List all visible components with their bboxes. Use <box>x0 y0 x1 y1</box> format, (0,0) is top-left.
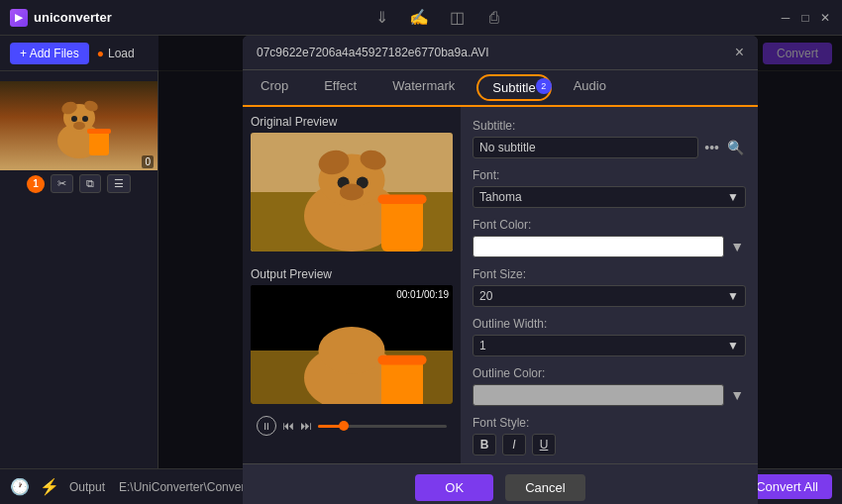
outline-width-label: Outline Width: <box>473 317 746 331</box>
outline-width-row: Outline Width: 1 ▼ <box>473 317 746 356</box>
output-preview-video <box>251 285 453 404</box>
subtitle-control: ••• 🔍 <box>473 137 746 158</box>
font-field-label: Font: <box>473 168 746 182</box>
add-files-button[interactable]: + Add Files <box>10 43 89 64</box>
top-nav: ⇓ ✍ ◫ ⎙ <box>112 4 765 32</box>
list-button[interactable]: ☰ <box>107 174 131 193</box>
svg-rect-7 <box>89 131 109 155</box>
font-color-label: Font Color: <box>473 218 746 232</box>
sidebar: 0 1 ✂ ⧉ ☰ <box>0 71 158 468</box>
font-size-control: 20 ▼ <box>473 285 746 307</box>
svg-rect-24 <box>381 358 423 404</box>
file-thumbnail-image <box>0 81 158 170</box>
italic-button[interactable]: I <box>502 434 526 455</box>
font-style-label: Font Style: <box>473 416 746 430</box>
file-thumbnail: 0 <box>0 81 158 170</box>
svg-rect-18 <box>381 198 423 252</box>
dialog-title-bar: 07c9622e7206a4a45927182e6770ba9a.AVI × <box>243 36 758 70</box>
subtitle-field-label: Subtitle: <box>473 119 746 133</box>
tab-effect[interactable]: Effect <box>306 70 374 105</box>
svg-point-5 <box>82 116 88 122</box>
clock-icon: 🕐 <box>10 477 30 496</box>
load-button[interactable]: ● Load <box>97 47 135 60</box>
pause-button[interactable]: ⏸ <box>257 416 276 436</box>
bold-button[interactable]: B <box>473 434 496 455</box>
original-video-svg <box>251 133 453 252</box>
close-button[interactable]: ✕ <box>818 11 832 25</box>
subtitle-dialog: 07c9622e7206a4a45927182e6770ba9a.AVI × C… <box>243 36 758 504</box>
font-color-dropdown[interactable]: ▼ <box>728 237 746 256</box>
tab-crop[interactable]: Crop <box>243 70 306 105</box>
tab-audio[interactable]: Audio <box>556 70 624 105</box>
dialog-overlay: 07c9622e7206a4a45927182e6770ba9a.AVI × C… <box>158 36 842 468</box>
dialog-filename: 07c9622e7206a4a45927182e6770ba9a.AVI <box>257 46 489 59</box>
dialog-body: Original Preview <box>243 107 758 463</box>
file-controls: 1 ✂ ⧉ ☰ <box>0 170 158 197</box>
font-control: Tahoma ▼ <box>473 186 746 208</box>
font-size-label: Font Size: <box>473 267 746 281</box>
outline-color-dropdown[interactable]: ▼ <box>728 385 746 405</box>
app-name: uniconverter <box>34 10 112 25</box>
subtitle-search-button[interactable]: 🔍 <box>725 138 746 157</box>
original-preview-box <box>251 133 453 252</box>
font-row: Font: Tahoma ▼ <box>473 168 746 208</box>
svg-point-23 <box>318 327 384 374</box>
prev-button[interactable]: ⏮ <box>282 419 294 433</box>
tab-subtitle[interactable]: Subtitle 2 <box>476 74 551 101</box>
app-logo-icon: ▶ <box>10 9 28 27</box>
svg-point-17 <box>340 184 364 201</box>
font-style-row: Font Style: B I U <box>473 416 746 455</box>
output-video-svg <box>251 285 453 404</box>
original-preview-label: Original Preview <box>251 115 453 252</box>
subtitle-input[interactable] <box>473 137 698 158</box>
svg-point-6 <box>73 122 85 130</box>
maximize-button[interactable]: □ <box>798 11 812 25</box>
preview-area: Original Preview <box>243 107 461 463</box>
nav-screen-icon[interactable]: ◫ <box>443 4 471 32</box>
file-badge: 1 <box>27 175 45 193</box>
file-duration: 0 <box>142 155 154 168</box>
font-color-swatch[interactable] <box>473 236 724 257</box>
outline-width-dropdown[interactable]: 1 ▼ <box>473 335 746 356</box>
player-controls: ⏸ ⏮ ⏭ <box>251 412 453 440</box>
svg-rect-19 <box>377 194 426 204</box>
output-path: E:\UniConverter\Converted <box>119 480 262 494</box>
subtitle-more-button[interactable]: ••• <box>702 138 721 157</box>
cut-button[interactable]: ✂ <box>51 174 73 193</box>
font-dropdown[interactable]: Tahoma ▼ <box>473 186 746 208</box>
svg-rect-8 <box>87 129 111 134</box>
copy-button[interactable]: ⧉ <box>79 174 101 193</box>
window-controls: ─ □ ✕ <box>779 11 832 25</box>
progress-bar[interactable] <box>318 425 447 428</box>
outline-color-row: Outline Color: ▼ <box>473 366 746 406</box>
output-preview-box: 00:01/00:19 <box>251 285 453 404</box>
ok-button[interactable]: OK <box>415 474 493 501</box>
cancel-button[interactable]: Cancel <box>505 474 584 501</box>
outline-width-control: 1 ▼ <box>473 335 746 356</box>
lightning-icon: ⚡ <box>40 477 59 496</box>
preview-time: 00:01/00:19 <box>396 289 449 300</box>
font-size-dropdown[interactable]: 20 ▼ <box>473 285 746 307</box>
nav-print-icon[interactable]: ⎙ <box>480 4 508 32</box>
settings-panel: Subtitle: ••• 🔍 Font: Tahoma ▼ <box>461 107 758 463</box>
top-bar: ▶ uniconverter ⇓ ✍ ◫ ⎙ ─ □ ✕ <box>0 0 842 36</box>
outline-color-label: Outline Color: <box>473 366 746 380</box>
underline-button[interactable]: U <box>532 434 556 455</box>
dialog-close-button[interactable]: × <box>735 44 744 61</box>
outline-color-control: ▼ <box>473 384 746 406</box>
svg-point-4 <box>71 116 77 122</box>
output-preview-label: Output Preview <box>251 259 453 404</box>
next-button[interactable]: ⏭ <box>300 419 312 433</box>
tab-watermark[interactable]: Watermark <box>374 70 473 105</box>
nav-download-icon[interactable]: ⇓ <box>368 4 395 32</box>
outline-color-swatch[interactable] <box>473 384 724 406</box>
minimize-button[interactable]: ─ <box>779 11 792 25</box>
nav-headphone-icon[interactable]: ✍ <box>405 4 433 32</box>
dialog-footer: OK Cancel <box>243 463 758 504</box>
font-size-row: Font Size: 20 ▼ <box>473 267 746 307</box>
dog-preview-svg <box>40 86 119 165</box>
bottom-output-label: Output <box>69 480 105 494</box>
font-style-control: B I U <box>473 434 746 455</box>
subtitle-tab-badge: 2 <box>536 78 552 94</box>
app-logo: ▶ uniconverter <box>10 9 112 27</box>
